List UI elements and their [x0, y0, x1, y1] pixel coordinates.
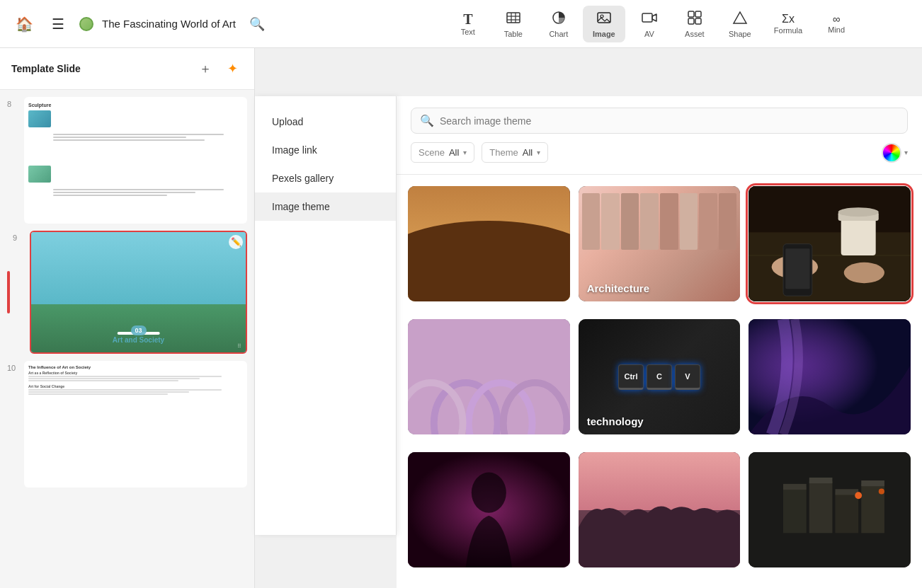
sidebar-actions: ＋ ✦	[195, 58, 243, 79]
table-icon	[506, 10, 521, 28]
slide-thumb-9[interactable]: ✏️ 03 Art and Society ⠿	[30, 231, 247, 354]
svg-point-26	[844, 263, 884, 283]
slide-item-9[interactable]: 9 ✏️ 03 Art and Society ⠿	[7, 231, 247, 354]
svg-point-47	[879, 488, 884, 494]
svg-rect-45	[862, 480, 885, 486]
tool-av[interactable]: AV	[628, 6, 671, 42]
grid-item-portrait[interactable]: Portrait	[408, 452, 570, 567]
tool-formula[interactable]: Σx Formula	[764, 9, 812, 39]
tool-text-label: Text	[461, 28, 475, 36]
svg-rect-0	[507, 13, 520, 23]
toolbar-tools: T Text Table	[394, 6, 911, 42]
slide-thumb-8[interactable]: Sculpture	[24, 97, 247, 224]
c-key: C	[647, 364, 672, 390]
tool-table-label: Table	[504, 30, 523, 38]
svg-rect-38	[783, 487, 807, 533]
home-button[interactable]: 🏠	[11, 11, 37, 37]
slide-item-10[interactable]: 10 The Influence of Art on Society Art a…	[7, 361, 247, 488]
svg-rect-8	[642, 13, 652, 22]
tool-table[interactable]: Table	[492, 6, 535, 42]
slide10-title: The Influence of Art on Society	[28, 365, 243, 369]
asset-icon	[687, 10, 702, 28]
slide-item-8[interactable]: 8 Sculpture	[7, 97, 247, 224]
tool-formula-label: Formula	[774, 26, 802, 35]
panel-imagetheme[interactable]: Image theme	[255, 192, 396, 221]
grid-item-landscape[interactable]: landscape	[579, 452, 741, 567]
search-input[interactable]	[440, 115, 899, 127]
search-button[interactable]: 🔍	[244, 11, 270, 37]
grid-item-teamwork[interactable]: Teamwork	[749, 186, 911, 301]
theme-filter[interactable]: Theme All ▾	[482, 142, 548, 163]
tool-chart-label: Chart	[549, 30, 568, 38]
theme-label: Theme	[489, 147, 518, 158]
svg-point-36	[472, 473, 506, 513]
ai-button[interactable]: ✦	[222, 58, 243, 79]
slide-number-8: 8	[7, 97, 18, 108]
grid-item-architecture[interactable]: Architecture	[579, 186, 741, 301]
svg-point-24	[838, 207, 879, 217]
text-icon: T	[463, 12, 472, 26]
sidebar-header: Template Slide ＋ ✦	[0, 48, 254, 90]
search-box[interactable]: 🔍	[411, 108, 908, 134]
svg-rect-22	[841, 215, 876, 255]
sidebar-title: Template Slide	[11, 63, 81, 74]
panel-menu: Upload Image link Pexels gallery Image t…	[255, 96, 397, 535]
grid-item-cubes[interactable]: Cubes	[749, 452, 911, 567]
svg-rect-12	[695, 18, 701, 24]
main-content: Template Slide ＋ ✦ 8 Sculpture	[0, 48, 922, 588]
add-slide-button[interactable]: ＋	[195, 58, 216, 79]
grid-item-pottery[interactable]: Pottery	[408, 319, 570, 434]
svg-rect-11	[688, 18, 694, 24]
mind-icon: ∞	[833, 13, 841, 24]
search-icon: 🔍	[420, 114, 434, 127]
tool-asset-label: Asset	[685, 30, 705, 38]
tool-chart[interactable]: Chart	[537, 6, 580, 42]
grid-item-mars[interactable]: Mars	[408, 186, 570, 301]
slide-number-10: 10	[7, 361, 18, 372]
tool-image[interactable]: Image	[583, 6, 625, 42]
color-wheel-chevron-icon: ▾	[904, 149, 908, 156]
slide-thumb-10[interactable]: The Influence of Art on Society Art as a…	[24, 361, 247, 488]
ctrl-key: Ctrl	[618, 364, 644, 390]
tool-asset[interactable]: Asset	[673, 6, 716, 42]
tool-mind-label: Mind	[828, 25, 845, 34]
panel-upload[interactable]: Upload	[255, 108, 396, 136]
panel-imagelink[interactable]: Image link	[255, 136, 396, 164]
svg-marker-13	[734, 12, 746, 23]
scene-label: Scene	[419, 147, 445, 158]
av-icon	[642, 10, 657, 28]
filter-row: Scene All ▾ Theme All ▾ ▾	[411, 142, 908, 163]
active-indicator	[7, 271, 10, 313]
grid-item-bentglass[interactable]: Bent Glass	[749, 319, 911, 434]
image-panel-header: 🔍 Scene All ▾ Theme All ▾ ▾	[397, 96, 922, 175]
tool-shape[interactable]: Shape	[719, 6, 761, 42]
toolbar-left: 🏠 ☰ The Fascinating World of Art 🔍	[11, 11, 394, 37]
image-grid: Mars Architecture	[397, 175, 922, 588]
svg-rect-42	[783, 484, 807, 490]
slides-list: 8 Sculpture	[0, 90, 254, 588]
slide8-title: Sculpture	[28, 101, 243, 109]
image-theme-panel: 🔍 Scene All ▾ Theme All ▾ ▾	[397, 96, 922, 588]
svg-rect-9	[688, 11, 694, 17]
color-wheel[interactable]	[882, 143, 901, 163]
tool-shape-label: Shape	[729, 30, 751, 38]
formula-icon: Σx	[782, 13, 795, 25]
tool-text[interactable]: T Text	[447, 8, 489, 40]
slide-edit-icon[interactable]: ✏️	[229, 235, 243, 249]
grid-item-technology[interactable]: Ctrl C V technology	[579, 319, 741, 434]
menu-button[interactable]: ☰	[45, 11, 71, 37]
svg-point-46	[855, 492, 863, 499]
scene-filter[interactable]: Scene All ▾	[411, 142, 474, 163]
svg-point-18	[408, 221, 570, 301]
toolbar: 🏠 ☰ The Fascinating World of Art 🔍 T Tex…	[0, 0, 922, 48]
document-title: The Fascinating World of Art	[102, 18, 236, 30]
svg-rect-28	[786, 248, 810, 289]
chart-icon	[551, 10, 567, 28]
tool-mind[interactable]: ∞ Mind	[815, 9, 858, 38]
panel-pexels[interactable]: Pexels gallery	[255, 164, 396, 192]
slide-number-9: 9	[13, 231, 24, 242]
svg-rect-39	[809, 481, 833, 534]
svg-rect-43	[809, 478, 833, 483]
sidebar: Template Slide ＋ ✦ 8 Sculpture	[0, 48, 255, 588]
logo-icon	[79, 17, 93, 31]
